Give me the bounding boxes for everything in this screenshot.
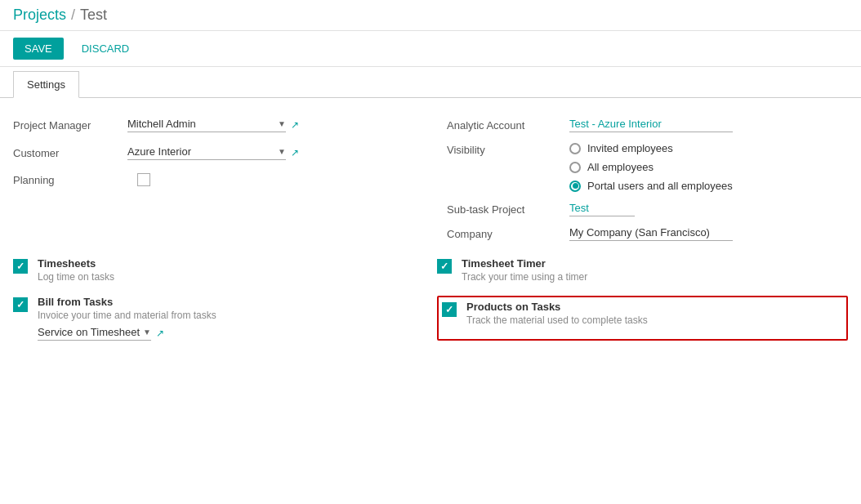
visibility-label: Visibility [447, 142, 569, 156]
discard-button[interactable]: DISCARD [70, 38, 141, 60]
visibility-all[interactable]: All employees [569, 161, 733, 173]
breadcrumb-current: Test [80, 7, 107, 24]
planning-section: Planning [13, 173, 398, 186]
timesheets-info: Timesheets Log time on tasks [38, 257, 424, 283]
analytic-account-field: Analytic Account Test - Azure Interior [447, 118, 848, 132]
external-link-icon[interactable]: ↗ [291, 119, 299, 131]
timesheet-timer-title: Timesheet Timer [462, 257, 848, 270]
bill-select[interactable]: Service on Timesheet ▼ [38, 326, 151, 341]
bill-select-text: Service on Timesheet [38, 326, 140, 338]
right-column: Analytic Account Test - Azure Interior V… [430, 118, 848, 251]
external-link-icon[interactable]: ↗ [291, 147, 299, 158]
timesheets-checkbox[interactable]: ✓ [13, 259, 28, 274]
timesheets-card: ✓ Timesheets Log time on tasks [13, 257, 424, 283]
project-manager-label: Project Manager [13, 119, 127, 132]
bill-from-tasks-sub: Service on Timesheet ▼ ↗ [38, 326, 424, 341]
company-value: My Company (San Francisco) [569, 226, 733, 241]
radio-all-outer [569, 162, 581, 173]
analytic-account-value[interactable]: Test - Azure Interior [569, 118, 733, 132]
timesheets-title: Timesheets [38, 257, 424, 270]
products-on-tasks-checkbox[interactable]: ✓ [442, 302, 457, 317]
bill-from-tasks-checkbox[interactable]: ✓ [13, 297, 28, 312]
products-on-tasks-card: ✓ Products on Tasks Track the material u… [437, 296, 848, 341]
radio-invited-label: Invited employees [587, 142, 673, 154]
radio-portal-outer [569, 181, 581, 192]
customer-label: Customer [13, 147, 127, 159]
left-column: Project Manager Mitchell Admin ▼ ↗ Custo… [13, 118, 430, 251]
project-manager-text: Mitchell Admin [127, 118, 274, 130]
tab-settings[interactable]: Settings [13, 71, 79, 98]
planning-label: Planning [13, 174, 127, 186]
customer-text: Azure Interior [127, 145, 274, 158]
visibility-portal[interactable]: Portal users and all employees [569, 180, 733, 192]
features-section: ✓ Timesheets Log time on tasks ✓ Timeshe… [13, 257, 848, 341]
breadcrumb: Projects / Test [13, 7, 107, 24]
products-on-tasks-title: Products on Tasks [466, 301, 843, 313]
customer-select[interactable]: Azure Interior ▼ [127, 145, 286, 160]
subtask-value[interactable]: Test [569, 202, 635, 216]
project-manager-field: Project Manager Mitchell Admin ▼ ↗ [13, 118, 398, 132]
feature-row-2: ✓ Bill from Tasks Invoice your time and … [13, 296, 848, 341]
external-link-icon[interactable]: ↗ [156, 328, 164, 339]
customer-value: Azure Interior ▼ ↗ [127, 145, 398, 160]
breadcrumb-projects-link[interactable]: Projects [13, 7, 66, 24]
content: Project Manager Mitchell Admin ▼ ↗ Custo… [0, 98, 861, 367]
feature-row-1: ✓ Timesheets Log time on tasks ✓ Timeshe… [13, 257, 848, 283]
bill-from-tasks-description: Invoice your time and material from task… [38, 310, 424, 321]
project-manager-select[interactable]: Mitchell Admin ▼ [127, 118, 286, 132]
customer-field: Customer Azure Interior ▼ ↗ [13, 145, 398, 160]
radio-portal-label: Portal users and all employees [587, 180, 733, 192]
visibility-field: Visibility Invited employees All employe… [447, 142, 848, 192]
radio-portal-inner [573, 183, 578, 189]
timesheet-timer-info: Timesheet Timer Track your time using a … [462, 257, 848, 283]
bill-from-tasks-card: ✓ Bill from Tasks Invoice your time and … [13, 296, 424, 341]
products-on-tasks-info: Products on Tasks Track the material use… [466, 301, 843, 326]
save-button[interactable]: SAVE [13, 38, 64, 60]
check-icon: ✓ [445, 304, 453, 315]
timesheet-timer-card: ✓ Timesheet Timer Track your time using … [437, 257, 848, 283]
visibility-invited[interactable]: Invited employees [569, 142, 733, 154]
planning-row: Planning [13, 173, 398, 186]
company-field: Company My Company (San Francisco) [447, 226, 848, 241]
check-icon: ✓ [440, 261, 448, 272]
visibility-options: Invited employees All employees Portal u… [569, 142, 733, 192]
timesheets-description: Log time on tasks [38, 271, 424, 283]
tabs: Settings [0, 70, 861, 98]
products-on-tasks-description: Track the material used to complete task… [466, 314, 843, 326]
header: Projects / Test [0, 0, 861, 31]
radio-invited-outer [569, 143, 581, 154]
project-manager-value: Mitchell Admin ▼ ↗ [127, 118, 398, 132]
chevron-down-icon: ▼ [143, 328, 151, 337]
radio-all-label: All employees [587, 161, 654, 173]
timesheet-timer-description: Track your time using a timer [462, 271, 848, 283]
chevron-down-icon: ▼ [278, 147, 286, 156]
timesheet-timer-checkbox[interactable]: ✓ [437, 259, 452, 274]
toolbar: SAVE DISCARD [0, 31, 861, 67]
bill-from-tasks-info: Bill from Tasks Invoice your time and ma… [38, 296, 424, 341]
subtask-field: Sub-task Project Test [447, 202, 848, 216]
breadcrumb-separator: / [71, 7, 75, 24]
chevron-down-icon: ▼ [278, 119, 286, 128]
analytic-account-label: Analytic Account [447, 118, 569, 132]
check-icon: ✓ [16, 299, 25, 310]
check-icon: ✓ [16, 261, 25, 272]
company-label: Company [447, 226, 569, 240]
planning-checkbox[interactable] [137, 173, 150, 186]
subtask-label: Sub-task Project [447, 202, 569, 216]
bill-from-tasks-title: Bill from Tasks [38, 296, 424, 308]
form-grid: Project Manager Mitchell Admin ▼ ↗ Custo… [13, 118, 848, 251]
